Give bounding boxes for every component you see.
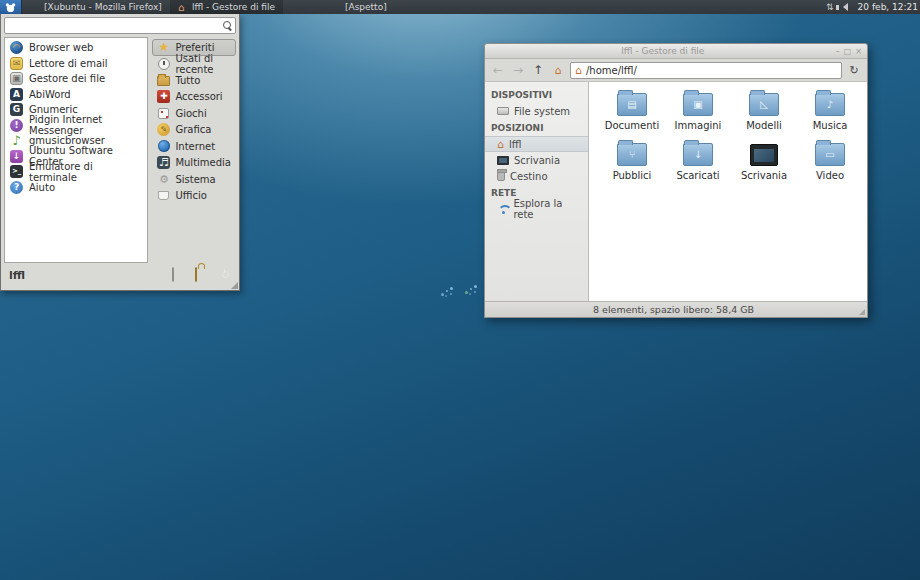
up-icon: ↑ xyxy=(533,63,543,77)
menu-item-file-manager[interactable]: ▣ Gestore dei file xyxy=(5,71,147,87)
file-documenti[interactable]: ▤ Documenti xyxy=(599,90,665,139)
path-bar[interactable]: ⌂ /home/lffl/ xyxy=(570,62,842,79)
refresh-icon: ↻ xyxy=(849,64,858,77)
folder-icon: ♪ xyxy=(815,93,845,116)
applications-menu-button[interactable] xyxy=(0,0,22,14)
menu-item-abiword[interactable]: A AbiWord xyxy=(5,87,147,103)
taskbar-item-firefox[interactable]: [Xubuntu - Mozilla Firefox] xyxy=(22,0,170,14)
menu-app-list: ◠ Browser web ✉ Lettore di email ▣ Gesto… xyxy=(4,37,148,263)
folder-icon: ⑂ xyxy=(617,143,647,166)
wallpaper-dots-left xyxy=(440,284,454,298)
file-immagini[interactable]: ▣ Immagini xyxy=(665,90,731,139)
category-games[interactable]: Giochi xyxy=(152,105,236,122)
search-input[interactable] xyxy=(8,20,223,31)
file-modelli[interactable]: ◺ Modelli xyxy=(731,90,797,139)
menu-search-row xyxy=(1,14,239,36)
lock-icon xyxy=(195,267,197,282)
drive-icon xyxy=(497,107,509,115)
multimedia-icon: ♬ xyxy=(157,156,170,169)
taskbar-item-label: [Aspetto] xyxy=(345,2,387,12)
sidebar-item-browse-network[interactable]: Esplora la rete xyxy=(485,201,588,217)
sidebar-item-home[interactable]: ⌂ lffl xyxy=(485,136,588,152)
window-titlebar[interactable]: lffl - Gestore di file – □ × xyxy=(485,44,867,59)
menu-footer: lffl xyxy=(1,264,239,290)
category-graphics[interactable]: ✎ Grafica xyxy=(152,122,236,139)
folder-icon: ▣ xyxy=(683,93,713,116)
terminal-icon: >_ xyxy=(10,165,23,178)
refresh-button[interactable]: ↻ xyxy=(846,62,862,78)
trash-icon xyxy=(497,171,505,181)
maximize-button[interactable]: □ xyxy=(844,47,852,56)
menu-item-pidgin[interactable]: ! Pidgin Internet Messenger xyxy=(5,118,147,134)
file-scrivania[interactable]: Scrivania xyxy=(731,140,797,189)
forward-button[interactable]: → xyxy=(510,62,526,78)
taskbar-item-file-manager[interactable]: ⌂ lffl - Gestore di file xyxy=(170,0,283,14)
network-tray-icon[interactable]: ⇅ xyxy=(826,2,833,12)
software-center-icon: ↓ xyxy=(10,150,23,163)
menu-search-box[interactable] xyxy=(4,17,236,34)
sidebar-header-places: POSIZIONI xyxy=(485,119,588,136)
sidebar-item-trash[interactable]: Cestino xyxy=(485,168,588,184)
home-button[interactable]: ⌂ xyxy=(550,62,566,78)
category-internet[interactable]: Internet xyxy=(152,138,236,155)
file-pubblici[interactable]: ⑂ Pubblici xyxy=(599,140,665,189)
menu-item-terminal[interactable]: >_ Emulatore di terminale xyxy=(5,164,147,180)
firefox-icon xyxy=(30,2,40,12)
menu-item-browser-web[interactable]: ◠ Browser web xyxy=(5,40,147,56)
category-accessories[interactable]: ✚ Accessori xyxy=(152,89,236,106)
home-icon: ⌂ xyxy=(497,139,504,150)
menu-resize-grip[interactable] xyxy=(231,282,238,289)
logout-button[interactable] xyxy=(218,268,233,283)
folder-icon: ↓ xyxy=(683,143,713,166)
file-video[interactable]: ▭ Video xyxy=(797,140,863,189)
taskbar-item-label: lffl - Gestore di file xyxy=(192,2,275,12)
accessories-icon: ✚ xyxy=(157,90,170,103)
file-musica[interactable]: ♪ Musica xyxy=(797,90,863,139)
category-system[interactable]: ⚙ Sistema xyxy=(152,171,236,188)
web-browser-icon: ◠ xyxy=(10,41,23,54)
file-manager-window: lffl - Gestore di file – □ × ← → ↑ ⌂ ⌂ /… xyxy=(484,43,868,318)
menu-item-email-reader[interactable]: ✉ Lettore di email xyxy=(5,56,147,72)
home-icon: ⌂ xyxy=(575,65,582,76)
home-icon: ⌂ xyxy=(178,2,188,12)
pidgin-icon: ! xyxy=(10,119,23,132)
file-scaricati[interactable]: ↓ Scaricati xyxy=(665,140,731,189)
panel-clock[interactable]: 20 feb, 12:21 xyxy=(856,2,918,12)
lock-screen-button[interactable] xyxy=(195,268,210,283)
games-icon xyxy=(157,107,170,120)
applications-menu-popup: ◠ Browser web ✉ Lettore di email ▣ Gesto… xyxy=(0,14,240,291)
volume-icon[interactable] xyxy=(839,3,848,11)
taskbar-item-appearance[interactable]: [Aspetto] xyxy=(323,0,395,14)
system-tray: ⇅ 20 feb, 12:21 xyxy=(826,0,920,14)
close-button[interactable]: × xyxy=(855,47,862,56)
search-icon xyxy=(223,21,232,30)
category-recently-used[interactable]: Usati di recente xyxy=(152,56,236,73)
statusbar-text: 8 elementi, spazio libero: 58,4 GB xyxy=(593,304,754,315)
mail-icon: ✉ xyxy=(10,57,23,70)
folder-icon: ◺ xyxy=(749,93,779,116)
settings-button[interactable] xyxy=(172,268,187,283)
forward-icon: → xyxy=(513,63,523,77)
desktop-icon xyxy=(750,144,778,166)
category-multimedia[interactable]: ♬ Multimedia xyxy=(152,155,236,172)
graphics-icon: ✎ xyxy=(157,123,170,136)
gear-icon: ⚙ xyxy=(157,173,170,186)
sidebar-header-devices: DISPOSITIVI xyxy=(485,86,588,103)
minimize-button[interactable]: – xyxy=(836,47,840,56)
window-resize-grip[interactable] xyxy=(859,309,865,315)
path-text: /home/lffl/ xyxy=(586,65,637,76)
home-icon: ⌂ xyxy=(555,65,562,76)
up-button[interactable]: ↑ xyxy=(530,62,546,78)
file-view[interactable]: ▤ Documenti ▣ Immagini ◺ Modelli ♪ Music… xyxy=(589,82,867,301)
username-label: lffl xyxy=(9,269,25,282)
office-icon xyxy=(157,189,170,202)
sidebar-item-file-system[interactable]: File system xyxy=(485,103,588,119)
appearance-icon xyxy=(331,2,341,12)
help-icon: ? xyxy=(10,181,23,194)
star-icon: ★ xyxy=(157,41,170,54)
back-button[interactable]: ← xyxy=(490,62,506,78)
sidebar-item-desktop[interactable]: Scrivania xyxy=(485,152,588,168)
menu-category-list: ★ Preferiti Usati di recente Tutto ✚ Acc… xyxy=(148,37,236,263)
abiword-icon: A xyxy=(10,88,23,101)
category-office[interactable]: Ufficio xyxy=(152,188,236,205)
